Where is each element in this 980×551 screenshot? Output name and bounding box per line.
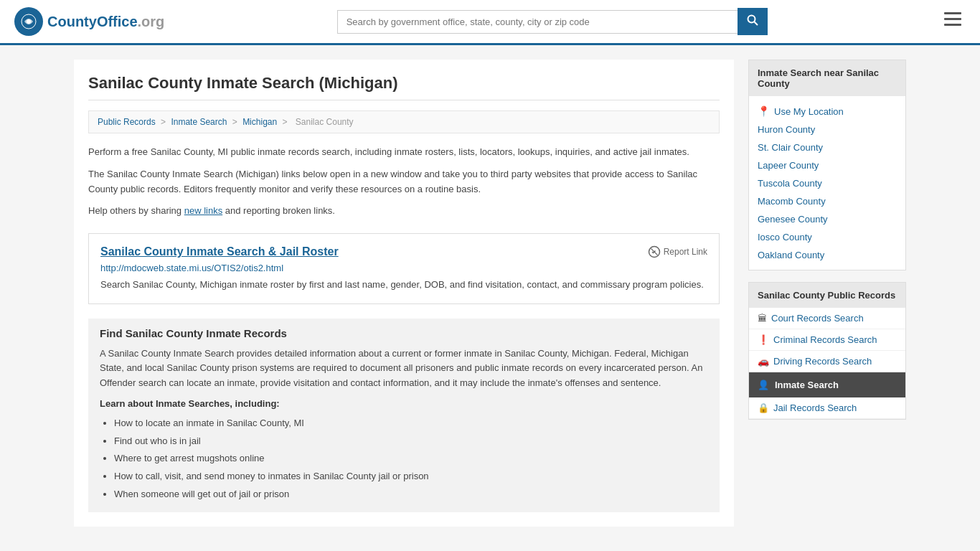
- page-title: Sanilac County Inmate Search (Michigan): [88, 74, 720, 100]
- search-button[interactable]: [738, 8, 768, 35]
- learn-title: Learn about Inmate Searches, including:: [100, 398, 708, 409]
- find-section-text: A Sanilac County Inmate Search provides …: [100, 347, 708, 391]
- sidebar-county-item: Oakland County: [749, 246, 905, 264]
- bullet-item: When someone will get out of jail or pri…: [114, 486, 708, 504]
- sidebar-county-link[interactable]: St. Clair County: [758, 142, 823, 153]
- bullet-item: Find out who is in jail: [114, 433, 708, 451]
- sidebar-records-link[interactable]: Criminal Records Search: [773, 334, 877, 345]
- new-links-link[interactable]: new links: [184, 205, 222, 216]
- criminal-icon: ❗: [758, 334, 769, 345]
- bullet-list: How to locate an inmate in Sanilac Count…: [100, 415, 708, 503]
- sidebar-county-item: St. Clair County: [749, 138, 905, 156]
- sidebar-nearby-list: 📍 Use My Location Huron CountySt. Clair …: [749, 96, 905, 270]
- logo-icon: [14, 7, 43, 36]
- breadcrumb-sep-1: >: [161, 117, 168, 127]
- svg-line-7: [651, 249, 657, 255]
- sidebar-county-link[interactable]: Genesee County: [758, 214, 828, 225]
- sidebar-records-item: 🚗Driving Records Search: [749, 351, 905, 372]
- link-card: Sanilac County Inmate Search & Jail Rost…: [88, 233, 720, 304]
- svg-point-2: [748, 16, 755, 23]
- sidebar-records-item: ❗Criminal Records Search: [749, 329, 905, 351]
- sidebar-county-link[interactable]: Huron County: [758, 124, 815, 135]
- sidebar-public-records-list: 🏛Court Records Search❗Criminal Records S…: [749, 308, 905, 419]
- sidebar-active-item[interactable]: 👤 Inmate Search: [749, 372, 905, 397]
- link-url[interactable]: http://mdocweb.state.mi.us/OTIS2/otis2.h…: [100, 263, 707, 273]
- sidebar-records-item: 🏛Court Records Search: [749, 308, 905, 329]
- svg-line-3: [754, 22, 758, 26]
- active-icon: 👤: [758, 380, 769, 390]
- svg-rect-5: [944, 18, 961, 20]
- intro-para-1: Perform a free Sanilac County, MI public…: [88, 145, 720, 160]
- sidebar: Inmate Search near Sanilac County 📍 Use …: [748, 60, 906, 527]
- sidebar-public-records-header: Sanilac County Public Records: [749, 283, 905, 308]
- link-card-title[interactable]: Sanilac County Inmate Search & Jail Rost…: [100, 245, 339, 258]
- sidebar-nearby-header: Inmate Search near Sanilac County: [749, 60, 905, 96]
- court-icon: 🏛: [758, 313, 767, 324]
- svg-rect-6: [944, 24, 961, 26]
- jail-icon: 🔒: [758, 402, 769, 413]
- breadcrumb-inmate-search[interactable]: Inmate Search: [171, 117, 227, 127]
- sidebar-nearby: Inmate Search near Sanilac County 📍 Use …: [748, 60, 906, 270]
- breadcrumb-sep-3: >: [283, 117, 290, 127]
- page-wrapper: Sanilac County Inmate Search (Michigan) …: [60, 45, 920, 541]
- bullet-item: How to call, visit, and send money to in…: [114, 468, 708, 486]
- sidebar-county-item: Macomb County: [749, 192, 905, 210]
- breadcrumb-michigan[interactable]: Michigan: [242, 117, 277, 127]
- logo-area: CountyOffice.org: [14, 7, 164, 36]
- sidebar-county-link[interactable]: Iosco County: [758, 232, 812, 242]
- sidebar-records-item: 🔒Jail Records Search: [749, 397, 905, 419]
- driving-icon: 🚗: [758, 356, 769, 367]
- sidebar-county-item: Huron County: [749, 121, 905, 138]
- search-area: [337, 8, 768, 35]
- main-content: Sanilac County Inmate Search (Michigan) …: [74, 60, 734, 527]
- svg-point-1: [27, 19, 31, 24]
- breadcrumb-sep-2: >: [232, 117, 240, 127]
- sidebar-county-item: Tuscola County: [749, 174, 905, 192]
- sidebar-county-item: Genesee County: [749, 210, 905, 228]
- svg-rect-4: [944, 12, 961, 14]
- sidebar-county-link[interactable]: Macomb County: [758, 196, 826, 207]
- breadcrumb-sanilac: Sanilac County: [296, 117, 354, 127]
- intro-para-2: The Sanilac County Inmate Search (Michig…: [88, 167, 720, 197]
- bullet-item: Where to get arrest mugshots online: [114, 450, 708, 468]
- report-link-label: Report Link: [664, 247, 707, 257]
- use-location-link[interactable]: Use My Location: [774, 106, 844, 117]
- find-section-title: Find Sanilac County Inmate Records: [100, 327, 708, 339]
- search-input[interactable]: [337, 10, 738, 34]
- find-section: Find Sanilac County Inmate Records A San…: [88, 319, 720, 512]
- sidebar-records-link[interactable]: Court Records Search: [771, 313, 864, 324]
- use-location-item[interactable]: 📍 Use My Location: [749, 102, 905, 121]
- sidebar-county-item: Lapeer County: [749, 156, 905, 174]
- breadcrumb-public-records[interactable]: Public Records: [98, 117, 156, 127]
- location-icon: 📍: [758, 105, 770, 117]
- sidebar-county-link[interactable]: Oakland County: [758, 250, 824, 260]
- sidebar-county-link[interactable]: Tuscola County: [758, 178, 822, 189]
- report-link-button[interactable]: Report Link: [648, 245, 707, 258]
- sidebar-county-item: Iosco County: [749, 228, 905, 246]
- breadcrumb: Public Records > Inmate Search > Michiga…: [88, 110, 720, 133]
- link-card-header: Sanilac County Inmate Search & Jail Rost…: [100, 245, 707, 258]
- site-header: CountyOffice.org: [0, 0, 980, 45]
- sidebar-records-link[interactable]: Driving Records Search: [773, 356, 872, 367]
- sidebar-public-records: Sanilac County Public Records 🏛Court Rec…: [748, 282, 906, 420]
- menu-button[interactable]: [940, 8, 966, 35]
- sidebar-records-link[interactable]: Jail Records Search: [773, 402, 857, 413]
- sidebar-county-link[interactable]: Lapeer County: [758, 160, 819, 171]
- link-desc: Search Sanilac County, Michigan inmate r…: [100, 278, 707, 292]
- logo-text: CountyOffice.org: [47, 14, 164, 30]
- intro-para-3: Help others by sharing new links and rep…: [88, 204, 720, 219]
- bullet-item: How to locate an inmate in Sanilac Count…: [114, 415, 708, 433]
- active-label: Inmate Search: [775, 380, 839, 390]
